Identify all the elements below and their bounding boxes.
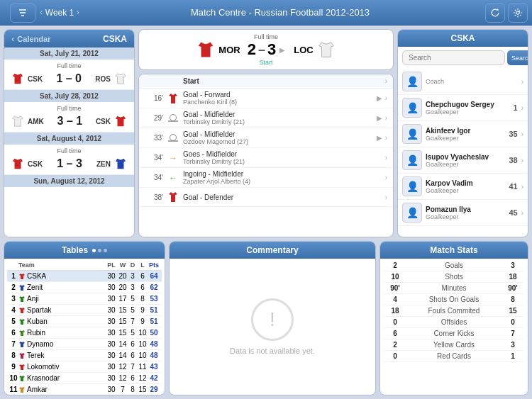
player-name-4: Karpov Vadim bbox=[426, 179, 505, 187]
event-desc-1: Goal - Forward bbox=[183, 91, 374, 99]
event-time-2: 29' bbox=[145, 114, 163, 122]
away-shirt-2 bbox=[113, 113, 128, 129]
home-team-header: MOR bbox=[196, 40, 240, 59]
stat-row-7: 6 Corner Kicks 7 bbox=[384, 328, 523, 339]
stat-left-4: 4 bbox=[384, 296, 406, 303]
chevron-right-icon: › bbox=[77, 9, 79, 16]
event-row-2[interactable]: 29' Goal - Midfielder Torbinsky Dmitriy … bbox=[139, 108, 393, 128]
left-panel: ‹ Calendar CSKA Sat, July 21, 2012 Full … bbox=[4, 29, 135, 237]
player-row-2[interactable]: 👤 Akinfeev Igor Goalkeeper 35 › bbox=[398, 121, 528, 147]
away-shirt-3 bbox=[113, 156, 128, 172]
stat-label-4: Shots On Goals bbox=[406, 296, 502, 303]
event-info-1: Goal - Forward Panchenko Kiril (8) bbox=[183, 91, 374, 106]
event-desc-4: Goes - Midfielder bbox=[183, 150, 382, 158]
player-row-5[interactable]: 👤 Pomazun Ilya Goalkeeper 45 › bbox=[398, 200, 528, 226]
player-row-4[interactable]: 👤 Karpov Vadim Goalkeeper 41 › bbox=[398, 174, 528, 200]
stat-row-1: 2 Goals 3 bbox=[384, 260, 523, 271]
table-row-1[interactable]: 1 CSKA 30 20 3 6 64 bbox=[7, 271, 162, 282]
tables-panel: Tables Team PL W D L Pts 1 bbox=[4, 241, 165, 395]
player-role-3: Goalkeeper bbox=[426, 161, 505, 168]
match-item-3[interactable]: Full time CSK 1 – 3 ZEN bbox=[4, 145, 134, 175]
chevron-left-icon: ‹ bbox=[40, 9, 42, 16]
col-team-header: Team bbox=[18, 262, 105, 269]
week-selector[interactable]: ‹ Week 1 › bbox=[40, 8, 79, 18]
player-chevron-2: › bbox=[521, 130, 523, 138]
player-chevron-3: › bbox=[521, 157, 523, 164]
score-home: 2 bbox=[248, 40, 256, 59]
back-label: Calendar bbox=[17, 35, 50, 43]
match-item-1[interactable]: Full time CSK 1 – 0 ROS bbox=[4, 60, 134, 90]
event-row-5[interactable]: 34' ← Ingoing - Midfielder Zapater Arjol… bbox=[139, 168, 393, 188]
search-button[interactable]: Search bbox=[507, 50, 528, 65]
player-avatar-3: 👤 bbox=[402, 150, 422, 170]
stat-left-5: 18 bbox=[384, 307, 406, 315]
coach-row[interactable]: 👤 Coach › bbox=[398, 69, 528, 95]
event-subdesc-3: Ozdoev Magomed (27) bbox=[183, 138, 374, 145]
event-row-3[interactable]: 33' Goal - Midfielder Ozdoev Magomed (27… bbox=[139, 128, 393, 148]
video-icon: ▶ bbox=[279, 46, 285, 54]
match-date-4: Sun, August 12, 2012 bbox=[4, 175, 134, 187]
stat-left-2: 10 bbox=[384, 273, 406, 281]
event-start[interactable]: Start › bbox=[139, 74, 393, 89]
players-list: 👤 Coach › 👤 Chepchugov Sergey Goalkeeper… bbox=[398, 69, 528, 237]
match-status: Full time bbox=[146, 33, 386, 40]
stat-left-6: 0 bbox=[384, 318, 406, 326]
event-time-3: 33' bbox=[145, 134, 163, 142]
event-info-4: Goes - Midfielder Torbinsky Dmitriy (21) bbox=[183, 150, 382, 165]
event-row-6[interactable]: 38' Goal - Defender › bbox=[139, 188, 393, 207]
stat-row-4: 4 Shots On Goals 8 bbox=[384, 294, 523, 305]
event-info-3: Goal - Midfielder Ozdoev Magomed (27) bbox=[183, 130, 374, 145]
dot-1 bbox=[92, 249, 96, 252]
match-item-2[interactable]: Full time AMK 3 – 1 CSK bbox=[4, 102, 134, 133]
col-pl-header: PL bbox=[105, 262, 118, 269]
back-arrow-icon: ‹ bbox=[11, 33, 14, 44]
event-arrow-2: › bbox=[385, 114, 387, 122]
table-row-11[interactable]: 11 Amkar 30 7 8 15 29 bbox=[7, 384, 162, 395]
commentary-title: Commentary bbox=[246, 245, 298, 255]
match-result-label-1: Full time bbox=[10, 62, 128, 69]
away-team-2: CSK bbox=[96, 113, 128, 129]
top-section: ‹ Calendar CSKA Sat, July 21, 2012 Full … bbox=[4, 29, 528, 237]
home-team-1: CSK bbox=[10, 71, 43, 86]
player-row-1[interactable]: 👤 Chepchugov Sergey Goalkeeper 1 › bbox=[398, 95, 528, 121]
coach-chevron: › bbox=[521, 78, 523, 86]
stat-label-8: Yellow Cards bbox=[406, 341, 502, 349]
player-role-2: Goalkeeper bbox=[426, 135, 505, 142]
stat-row-9: 0 Red Cards 1 bbox=[384, 351, 523, 362]
event-row-4[interactable]: 34' → Goes - Midfielder Torbinsky Dmitri… bbox=[139, 148, 393, 168]
search-input[interactable] bbox=[402, 50, 505, 65]
stat-left-7: 6 bbox=[384, 330, 406, 337]
event-video-1: ▶ bbox=[377, 94, 382, 102]
bottom-section: Tables Team PL W D L Pts 1 bbox=[4, 241, 528, 395]
tables-title: Tables bbox=[62, 245, 88, 255]
settings-button[interactable] bbox=[508, 3, 528, 23]
event-video-3: ▶ bbox=[377, 134, 382, 142]
score-away: 3 bbox=[267, 40, 276, 59]
table-row-2[interactable]: 2 Zenit 30 20 3 6 62 bbox=[7, 282, 162, 293]
table-row-9[interactable]: 9 Lokomotiv 30 12 7 11 43 bbox=[7, 361, 162, 373]
refresh-button[interactable] bbox=[485, 3, 505, 23]
player-info-1: Chepchugov Sergey Goalkeeper bbox=[426, 101, 510, 116]
table-row-7[interactable]: 7 Dynamo 30 14 6 10 48 bbox=[7, 339, 162, 350]
home-team-3: CSK bbox=[10, 156, 43, 172]
filter-button[interactable] bbox=[10, 3, 35, 23]
stat-label-1: Goals bbox=[406, 262, 502, 269]
table-row-5[interactable]: 5 Kuban 30 15 7 9 51 bbox=[7, 316, 162, 327]
left-panel-header: ‹ Calendar CSKA bbox=[4, 30, 134, 47]
stat-right-2: 18 bbox=[502, 273, 523, 281]
table-row-6[interactable]: 6 Rubin 30 15 5 10 50 bbox=[7, 327, 162, 339]
table-row-8[interactable]: 8 Terek 30 14 6 10 48 bbox=[7, 350, 162, 361]
stat-left-1: 2 bbox=[384, 262, 406, 269]
match-stats-header: Match Stats bbox=[380, 242, 528, 259]
svg-point-4 bbox=[170, 114, 177, 120]
right-panel: CSKA Search 👤 Coach › 👤 Chepchugov Se bbox=[397, 29, 528, 237]
match-result-row-1: CSK 1 – 0 ROS bbox=[10, 71, 128, 86]
player-row-3[interactable]: 👤 Isupov Vyacheslav Goalkeeper 38 › bbox=[398, 147, 528, 174]
score-separator: – bbox=[258, 43, 265, 57]
player-name-5: Pomazun Ilya bbox=[426, 206, 505, 213]
event-row-1[interactable]: 16' Goal - Forward Panchenko Kiril (8) ▶… bbox=[139, 89, 393, 108]
table-row-4[interactable]: 4 Spartak 30 15 5 9 51 bbox=[7, 305, 162, 316]
home-shirt-2 bbox=[10, 113, 26, 129]
table-row-10[interactable]: 10 Krasnodar 30 12 6 12 42 bbox=[7, 373, 162, 384]
table-row-3[interactable]: 3 Anji 30 17 5 8 53 bbox=[7, 293, 162, 305]
